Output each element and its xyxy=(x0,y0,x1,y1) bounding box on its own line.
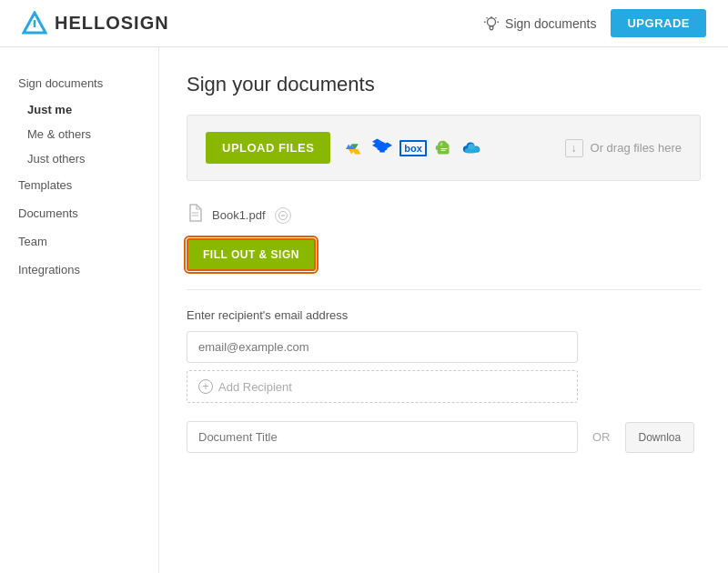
evernote-icon[interactable] xyxy=(434,138,454,158)
svg-rect-13 xyxy=(440,149,446,150)
file-remove-button[interactable] xyxy=(275,207,291,224)
dropbox-icon[interactable] xyxy=(372,138,392,158)
fill-out-sign-button[interactable]: FILL OUT & SIGN xyxy=(187,238,316,271)
svg-point-2 xyxy=(488,17,496,25)
sidebar: Sign documents Just me Me & others Just … xyxy=(0,47,159,573)
file-section: Book1.pdf FILL OUT & SIGN xyxy=(187,203,701,271)
sidebar-item-just-me[interactable]: Just me xyxy=(0,97,158,122)
sign-docs-label: Sign documents xyxy=(505,16,596,31)
main-content: Sign your documents UPLOAD FILES xyxy=(159,47,728,573)
header: HELLOSIGN Sign documents UPGRADE xyxy=(0,0,728,47)
download-button[interactable]: Downloa xyxy=(625,422,695,453)
sidebar-item-team[interactable]: Team xyxy=(0,227,158,256)
upload-files-button[interactable]: UPLOAD FILES xyxy=(206,132,330,164)
upgrade-button[interactable]: UPGRADE xyxy=(611,9,706,37)
page-title: Sign your documents xyxy=(187,73,701,96)
download-arrow-icon: ↓ xyxy=(565,139,583,157)
onedrive-icon[interactable] xyxy=(461,138,481,158)
file-icon xyxy=(187,203,203,227)
or-label: OR xyxy=(592,430,611,444)
svg-line-7 xyxy=(496,17,497,18)
logo-text: HELLOSIGN xyxy=(55,13,169,34)
svg-rect-12 xyxy=(440,148,447,149)
divider xyxy=(187,289,701,290)
doc-title-row: OR Downloa xyxy=(187,421,701,453)
email-input[interactable] xyxy=(187,331,578,363)
upload-area: UPLOAD FILES xyxy=(187,115,701,181)
recipient-section: Enter recipient's email address + Add Re… xyxy=(187,308,701,403)
header-right: Sign documents UPGRADE xyxy=(483,9,706,37)
sidebar-item-integrations[interactable]: Integrations xyxy=(0,256,158,284)
drag-area: ↓ Or drag files here xyxy=(565,139,682,157)
sidebar-item-me-and-others[interactable]: Me & others xyxy=(0,122,158,146)
google-drive-icon[interactable] xyxy=(345,138,365,158)
file-name: Book1.pdf xyxy=(212,208,266,222)
drag-label: Or drag files here xyxy=(591,141,682,155)
add-recipient-button[interactable]: + Add Recipient xyxy=(187,370,578,403)
layout: Sign documents Just me Me & others Just … xyxy=(0,47,728,573)
svg-line-6 xyxy=(487,17,488,18)
sidebar-item-documents[interactable]: Documents xyxy=(0,199,158,227)
sidebar-item-templates[interactable]: Templates xyxy=(0,171,158,199)
sidebar-item-sign-documents[interactable]: Sign documents xyxy=(0,69,158,97)
hellosign-logo-icon xyxy=(22,11,47,36)
svg-point-17 xyxy=(468,143,474,148)
document-title-input[interactable] xyxy=(187,421,578,453)
logo: HELLOSIGN xyxy=(22,11,169,36)
recipient-label: Enter recipient's email address xyxy=(187,308,701,322)
sidebar-subitems: Just me Me & others Just others xyxy=(0,97,158,171)
box-icon[interactable]: box xyxy=(399,140,427,156)
add-recipient-label: Add Recipient xyxy=(218,380,292,394)
file-item: Book1.pdf xyxy=(187,203,701,227)
sidebar-item-just-others[interactable]: Just others xyxy=(0,146,158,171)
sign-documents-link[interactable]: Sign documents xyxy=(483,15,596,32)
add-circle-icon: + xyxy=(198,379,213,394)
lightbulb-icon xyxy=(483,15,500,32)
cloud-icons: box xyxy=(345,138,481,158)
